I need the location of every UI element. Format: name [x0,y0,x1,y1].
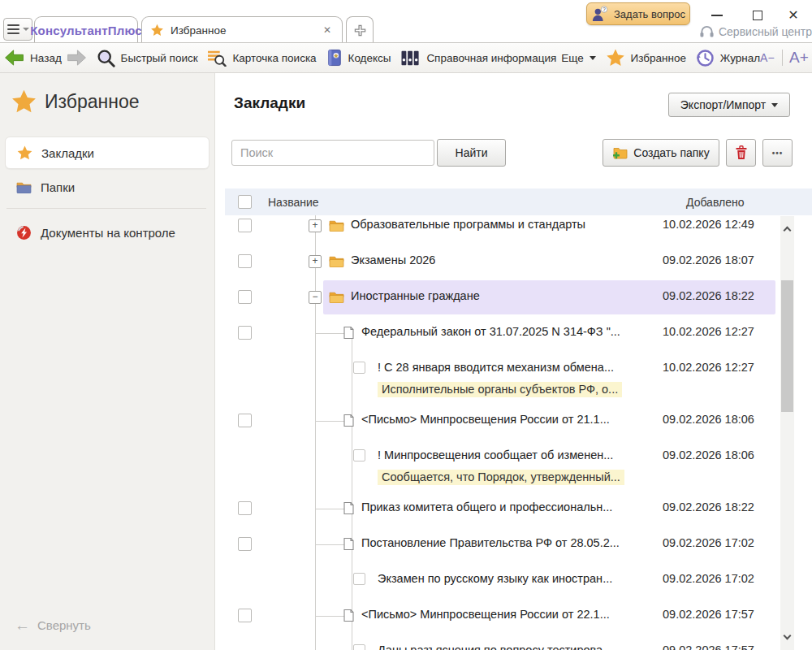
hamburger-icon [7,28,19,31]
row-label: Иностранные граждане [351,289,480,302]
plus-icon [354,24,366,37]
search-input[interactable] [231,140,434,166]
delete-button[interactable] [726,139,756,167]
logo-tab[interactable]: КонсультантПлюс [34,16,138,43]
tree-row-bookmark[interactable]: Даны разъяснения по вопросу тестирова...… [215,634,781,650]
ellipsis-icon: ••• [772,149,784,158]
tree-row-folder[interactable]: +Экзамены 202609.02.2026 18:07 [215,244,781,280]
close-icon: ✕ [788,9,798,22]
row-date-added: 09.02.2026 17:57 [663,608,754,621]
binders-icon [400,49,421,67]
search-card-button[interactable]: Карточка поиска [207,49,316,67]
row-date-added: 09.02.2026 17:57 [663,644,754,650]
row-checkbox[interactable] [238,414,252,427]
row-checkbox[interactable] [238,290,252,304]
bookmark-checkbox[interactable] [353,644,365,650]
headset-icon [699,25,715,38]
ask-question-button[interactable]: ? Задать вопрос [586,2,690,25]
document-icon [343,414,354,431]
trash-icon [735,145,748,160]
minimize-button[interactable] [705,6,729,24]
main-toolbar: Назад Быстрый поиск Карточка поиска Коде… [0,42,812,73]
create-folder-button[interactable]: Создать папку [603,139,719,167]
scroll-up-icon[interactable] [784,227,792,235]
favorites-button[interactable]: Избранное [606,49,686,67]
export-import-label: Экспорт/Импорт [680,98,766,111]
title-bar: КонсультантПлюс Избранное ✕ ? Задать воп… [0,0,812,42]
tree-row-doc[interactable]: Приказ комитета общего и профессиональн.… [215,491,781,526]
service-center-label: Сервисный центр [719,25,812,38]
font-increase-button[interactable]: A+ [789,49,809,67]
tab-close-icon[interactable]: ✕ [321,24,334,36]
column-header-name: Название [268,196,319,209]
tree-row-bookmark[interactable]: ! Минпросвещения сообщает об изменен...0… [215,439,781,491]
font-increase-label: A+ [789,49,809,67]
tree-line [315,421,345,422]
tree-row-bookmark[interactable]: ! С 28 января вводится механизм обмена..… [215,351,781,403]
tree-row-doc[interactable]: Постановление Правительства РФ от 28.05.… [215,526,781,562]
scrollbar-thumb[interactable] [781,280,793,412]
row-checkbox[interactable] [238,254,252,268]
more-actions-button[interactable]: ••• [762,139,793,167]
more-menu-button[interactable]: Еще [561,52,595,64]
forward-button[interactable] [67,50,87,66]
reference-info-button[interactable]: Справочная информация [400,49,556,67]
new-tab-button[interactable] [346,16,374,43]
tree-expander[interactable]: − [309,291,322,304]
bookmark-checkbox[interactable] [353,362,365,374]
journal-button[interactable]: Журнал [696,49,760,67]
row-date-added: 10.02.2026 12:27 [663,361,754,374]
tree-row-folder[interactable]: +Образовательные программы и стандарты10… [215,215,781,244]
vertical-scrollbar[interactable] [780,216,794,650]
find-button[interactable]: Найти [437,139,506,167]
bookmarks-tree: +Образовательные программы и стандарты10… [215,215,781,650]
on-control-icon [16,225,32,240]
sidebar-collapse-button[interactable]: ← Свернуть [15,618,91,633]
row-label: Экзамен по русскому языку как иностран..… [378,572,612,585]
favorites-label: Избранное [631,52,686,64]
tab-favorites[interactable]: Избранное ✕ [141,16,343,43]
tree-row-folder[interactable]: −Иностранные граждане09.02.2026 18:22 [215,280,781,315]
row-checkbox[interactable] [238,219,252,232]
document-icon [343,537,354,554]
forward-arrow-icon [67,50,87,66]
tree-row-doc[interactable]: Федеральный закон от 31.07.2025 N 314-ФЗ… [215,315,781,351]
select-all-checkbox[interactable] [238,195,252,209]
bookmark-note: Сообщается, что Порядок, утвержденный... [378,470,624,485]
row-checkbox[interactable] [238,326,252,340]
codes-book-icon [326,49,343,67]
tree-row-doc[interactable]: <Письмо> Минпросвещения России от 22.1..… [215,598,781,634]
bookmark-checkbox[interactable] [353,449,365,462]
codes-button[interactable]: Кодексы [326,49,391,67]
quick-search-button[interactable]: Быстрый поиск [97,49,198,67]
search-card-icon [207,49,227,67]
scroll-down-icon[interactable] [784,632,792,640]
row-checkbox[interactable] [238,537,252,551]
sidebar-item-bookmarks[interactable]: Закладки [5,136,209,169]
tree-row-doc[interactable]: <Письмо> Минпросвещения России от 21.1..… [215,403,781,439]
font-decrease-button[interactable]: A− [760,51,775,64]
close-button[interactable]: ✕ [781,6,806,24]
tree-expander[interactable]: + [309,255,322,268]
sidebar-item-folders[interactable]: Папки [5,171,209,203]
folder-icon [329,291,344,306]
sidebar-item-label: Папки [41,180,75,194]
back-button[interactable]: Назад [4,50,62,66]
main-menu-button[interactable] [3,18,32,41]
row-checkbox[interactable] [238,609,252,622]
tree-expander[interactable]: + [309,219,322,232]
sidebar-item-documents-on-control[interactable]: Документы на контроле [5,216,209,249]
row-checkbox[interactable] [238,501,252,515]
app-logo: КонсультантПлюс [30,24,142,37]
row-label: Даны разъяснения по вопросу тестирова... [378,644,612,650]
row-date-added: 09.02.2026 18:07 [663,254,754,266]
svg-text:?: ? [603,6,606,12]
tree-line [315,616,345,617]
document-icon [343,326,354,343]
back-arrow-icon [4,50,24,66]
export-import-button[interactable]: Экспорт/Импорт [668,93,790,117]
bookmark-checkbox[interactable] [353,573,365,585]
maximize-button[interactable] [745,6,770,24]
service-center-link[interactable]: Сервисный центр [699,25,812,38]
tree-row-bookmark[interactable]: Экзамен по русскому языку как иностран..… [215,562,781,598]
